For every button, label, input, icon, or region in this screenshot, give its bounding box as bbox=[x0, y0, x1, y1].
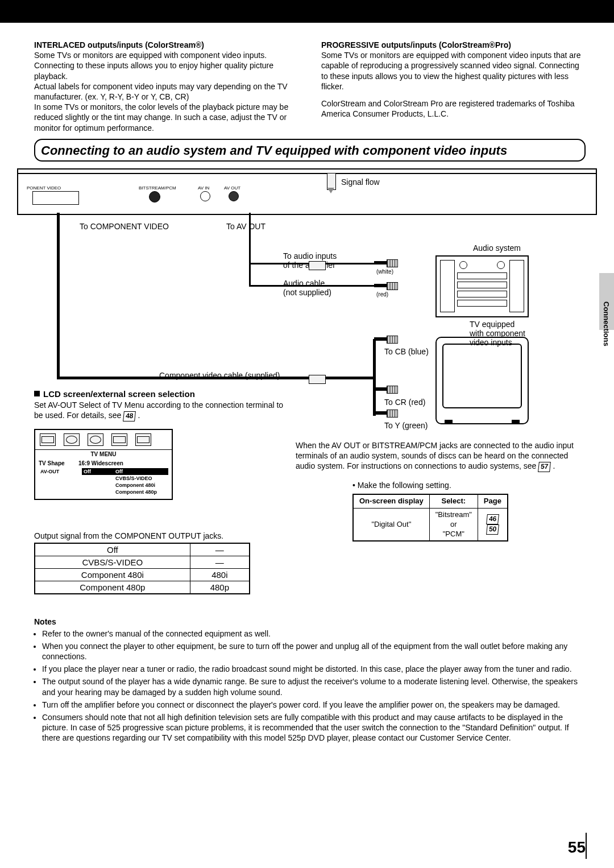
menu-key-shape: TV Shape bbox=[39, 460, 78, 466]
menu-tab-icon bbox=[64, 433, 80, 446]
tv-menu-title: TV MENU bbox=[35, 449, 172, 458]
page-ref-46: 46 bbox=[486, 514, 499, 524]
ot-r4c2: 480p bbox=[190, 581, 250, 594]
ot-r3c2: 480i bbox=[190, 568, 250, 581]
section-title-box: Connecting to an audio system and TV equ… bbox=[34, 139, 586, 162]
to-component-label: To COMPONENT VIDEO bbox=[80, 222, 169, 231]
flow-arrow-amplifier bbox=[309, 261, 326, 270]
ot-r2c1: CVBS/S-VIDEO bbox=[35, 556, 190, 568]
menu-off-col: Off bbox=[114, 468, 168, 475]
rca-plug-y bbox=[374, 410, 403, 416]
intro-columns: INTERLACED outputs/inputs (ColorStream®)… bbox=[34, 40, 586, 133]
menu-tab-icon bbox=[88, 433, 103, 446]
setting-intro: • Make the following setting. bbox=[352, 480, 586, 490]
section-title: Connecting to an audio system and TV equ… bbox=[41, 143, 507, 158]
av-in-port bbox=[200, 191, 210, 201]
ot-r1c2: — bbox=[190, 543, 250, 556]
ot-r2c2: — bbox=[190, 556, 250, 568]
menu-opt-1: CVBS/S-VIDEO bbox=[114, 475, 168, 482]
ot-r4c1: Component 480p bbox=[35, 581, 190, 594]
audio-system-label: Audio system bbox=[473, 243, 521, 253]
port-label-avout: AV OUT bbox=[224, 185, 240, 191]
menu-tab-icon bbox=[135, 433, 151, 446]
audio-paragraph-block: When the AV OUT or BITSTREAM/PCM jacks a… bbox=[296, 440, 586, 542]
signal-arrow-head-icon bbox=[327, 188, 334, 193]
bitstream-port bbox=[149, 191, 160, 202]
component-cable-label: Component video cable (supplied) bbox=[159, 371, 280, 380]
lcd-section-period: . bbox=[138, 411, 140, 420]
progressive-text-1: Some TVs or monitors are equipped with c… bbox=[321, 50, 586, 92]
tv-menu-illustration: TV MENU TV Shape 16:9 Widescreen AV-OUT … bbox=[34, 429, 173, 500]
port-label-component: PONENT VIDEO bbox=[27, 185, 61, 191]
st-h1: On-screen display bbox=[353, 494, 429, 508]
port-label-bitstream: BITSTREAM/PCM bbox=[139, 185, 176, 191]
interlaced-text: Some TVs or monitors are equipped with c… bbox=[34, 50, 298, 133]
plug-red-label: (red) bbox=[376, 291, 388, 297]
port-label-avin: AV IN bbox=[198, 185, 209, 191]
av-out-port bbox=[229, 191, 239, 201]
notes-heading: Notes bbox=[34, 617, 586, 626]
lcd-section-text: Set AV-OUT Select of TV Menu according t… bbox=[34, 400, 283, 420]
progressive-text-2: ColorStream and ColorStream Pro are regi… bbox=[321, 98, 586, 119]
audio-system-illustration bbox=[435, 255, 529, 317]
menu-key-avout: AV-OUT bbox=[39, 468, 82, 475]
ot-r1c1: Off bbox=[35, 543, 190, 556]
menu-opt-3: Component 480p bbox=[114, 489, 168, 495]
ot-r3c1: Component 480i bbox=[35, 568, 190, 581]
top-black-bar bbox=[0, 0, 614, 23]
audio-paragraph: When the AV OUT or BITSTREAM/PCM jacks a… bbox=[296, 441, 574, 470]
output-caption: Output signal from the COMPONENT OUTPUT … bbox=[34, 531, 586, 540]
output-table: Off— CVBS/S-VIDEO— Component 480i480i Co… bbox=[34, 543, 250, 594]
menu-off-sel: Off bbox=[82, 468, 114, 475]
note-item: Consumers should note that not all high … bbox=[42, 712, 586, 743]
tv-illustration bbox=[435, 337, 529, 424]
menu-val-shape: 16:9 Widescreen bbox=[78, 460, 168, 466]
note-item: Turn off the amplifier before you connec… bbox=[42, 700, 586, 710]
cr-label: To CR (red) bbox=[384, 398, 425, 407]
flow-arrow-tv bbox=[309, 375, 326, 384]
page-ref-57: 57 bbox=[538, 462, 551, 472]
connection-diagram: PONENT VIDEO BITSTREAM/PCM AV IN AV OUT … bbox=[34, 162, 586, 526]
note-item: When you connect the player to other equ… bbox=[42, 641, 586, 662]
y-label: To Y (green) bbox=[384, 421, 428, 430]
rca-plug-cb bbox=[374, 336, 403, 342]
to-avout-label: To AV OUT bbox=[226, 222, 265, 231]
page-ref-48: 48 bbox=[123, 411, 136, 421]
component-video-port bbox=[32, 191, 79, 205]
note-item: If you place the player near a tuner or … bbox=[42, 664, 586, 674]
rca-plug-red bbox=[374, 282, 403, 289]
rca-plug-cr bbox=[374, 386, 403, 392]
player-device: PONENT VIDEO BITSTREAM/PCM AV IN AV OUT bbox=[17, 173, 597, 215]
interlaced-heading: INTERLACED outputs/inputs (ColorStream®) bbox=[34, 40, 298, 50]
menu-avout-table: AV-OUT Off Off CVBS/S-VIDEO Component 48… bbox=[39, 468, 168, 495]
st-h3: Page bbox=[478, 494, 508, 508]
lcd-section-heading: LCD screen/external screen selection bbox=[34, 389, 284, 399]
st-h2: Select: bbox=[429, 494, 478, 508]
menu-tab-icon bbox=[40, 433, 56, 446]
notes-list: Refer to the owner's manual of the conne… bbox=[34, 629, 586, 743]
note-item: The output sound of the player has a wid… bbox=[42, 676, 586, 697]
lcd-selection-block: LCD screen/external screen selection Set… bbox=[34, 389, 284, 501]
menu-opt-2: Component 480i bbox=[114, 482, 168, 489]
progressive-heading: PROGRESSIVE outputs/inputs (ColorStream®… bbox=[321, 40, 586, 50]
note-item: Refer to the owner's manual of the conne… bbox=[42, 629, 586, 639]
menu-tab-icon bbox=[111, 433, 127, 446]
signal-flow-label: Signal flow bbox=[341, 177, 380, 187]
bullet-square-icon bbox=[34, 391, 40, 396]
cb-label: To CB (blue) bbox=[384, 347, 429, 356]
plug-white-label: (white) bbox=[376, 268, 393, 275]
audio-cable-label: Audio cable (not supplied) bbox=[283, 279, 331, 297]
rca-plug-white bbox=[374, 259, 403, 266]
